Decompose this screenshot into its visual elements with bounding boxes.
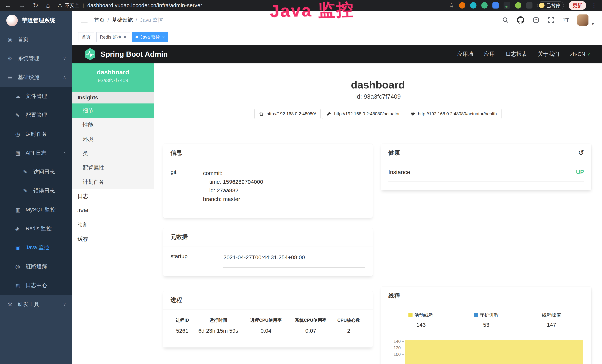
reload-icon[interactable]: ↻	[33, 2, 38, 9]
fullscreen-icon[interactable]	[548, 17, 555, 23]
threads-card-header: 线程	[381, 287, 591, 305]
process-sys-cpu-value: 0.07	[290, 328, 332, 340]
browser-menu-icon[interactable]: ⋮	[591, 2, 597, 9]
sba-item-environment[interactable]: 环境	[72, 132, 154, 146]
vue-devtools-icon[interactable]	[481, 2, 488, 9]
actuator-url-link[interactable]: http://192.168.0.2:48080/actuator	[322, 109, 404, 119]
instance-links: http://192.168.0.2:48080/ http://192.168…	[154, 109, 602, 119]
close-icon[interactable]: ×	[162, 34, 165, 40]
legend-daemon-threads: 守护进程 53	[454, 312, 519, 328]
sidebar-item-config-management[interactable]: ✎ 配置管理	[0, 106, 72, 125]
help-icon[interactable]: ?	[532, 17, 539, 23]
security-chip[interactable]: ⚠ 不安全	[58, 2, 79, 9]
sba-instance-name: dashboard	[72, 69, 154, 76]
sidebar-item-label: 访问日志	[33, 168, 55, 176]
sidebar-item-label: 研发工具	[18, 300, 39, 308]
forward-icon[interactable]: →	[19, 2, 25, 9]
sba-nav-wallboard[interactable]: 应用墙	[457, 50, 473, 58]
extension-icon[interactable]	[526, 2, 532, 9]
tab-label: Java 监控	[140, 34, 160, 40]
search-icon[interactable]	[502, 17, 509, 23]
font-size-small-glyph: T	[563, 18, 565, 22]
threads-card-title: 线程	[388, 292, 400, 300]
tab-java-monitor[interactable]: Java 监控 ×	[132, 32, 168, 42]
service-url-link[interactable]: http://192.168.0.2:48080/	[254, 109, 321, 119]
sidebar-item-home[interactable]: ◉ 首页	[0, 30, 72, 49]
sidebar-item-file-management[interactable]: ☁ 文件管理	[0, 87, 72, 106]
threads-card-body: 活动线程 143 守护进程 53	[381, 305, 591, 364]
sidebar-item-api-logs[interactable]: ▧ API 日志 ∧	[0, 143, 72, 162]
sidebar-item-dev-tools[interactable]: ⚒ 研发工具 ∨	[0, 295, 72, 314]
sidebar-item-label: 文件管理	[26, 93, 47, 100]
sidebar-item-redis-monitor[interactable]: ◈ Redis 监控	[0, 219, 72, 238]
ytick-140: 140	[388, 339, 401, 344]
close-icon[interactable]: ×	[124, 34, 126, 40]
chrome-update-button[interactable]: 更新	[569, 1, 586, 10]
tab-home[interactable]: 首页	[78, 32, 94, 42]
app-logo-bar[interactable]: 芋道管理系统	[0, 11, 72, 30]
sidebar-item-label: MySQL 监控	[26, 206, 56, 214]
sidebar-item-label: 配置管理	[26, 111, 47, 119]
health-instance-row[interactable]: Instance UP	[388, 169, 584, 182]
sba-nav-about[interactable]: 关于我们	[538, 50, 559, 58]
hamburger-icon[interactable]	[80, 17, 88, 23]
sba-item-scheduled-tasks[interactable]: 计划任务	[72, 175, 154, 189]
sba-nav-journal[interactable]: 日志报表	[505, 50, 527, 58]
locale-selector[interactable]: zh-CN ∨	[570, 51, 590, 57]
back-icon[interactable]: ←	[5, 2, 11, 9]
sba-nav-applications[interactable]: 应用	[484, 50, 495, 58]
sba-item-metrics[interactable]: 性能	[72, 118, 154, 132]
tools-icon: ⚒	[7, 301, 18, 308]
info-card-header: 信息	[163, 144, 373, 162]
sidebar-item-mysql-monitor[interactable]: ▥ MySQL 监控	[0, 200, 72, 219]
sba-item-config-props[interactable]: 配置属性	[72, 161, 154, 175]
breadcrumb: 首页 / 基础设施 / Java 监控	[94, 17, 163, 23]
health-url-link[interactable]: http://192.168.0.2:48080/actuator/health	[406, 109, 502, 119]
sidebar-item-log-center[interactable]: ▨ 日志中心	[0, 276, 72, 295]
database-icon: ▥	[15, 207, 26, 213]
sba-section-insights: Insights	[72, 92, 154, 104]
bookmark-star-icon[interactable]: ☆	[449, 2, 454, 9]
legend-daemon-value: 53	[454, 322, 519, 328]
sba-item-classes[interactable]: 类	[72, 146, 154, 161]
extension-icon[interactable]	[515, 2, 521, 9]
avatar[interactable]	[577, 14, 589, 26]
sba-brand[interactable]: Spring Boot Admin	[84, 48, 168, 61]
git-branch-line: branch: master	[203, 195, 365, 203]
sba-item-logs[interactable]: 日志	[72, 189, 154, 203]
history-icon[interactable]: ↺	[578, 149, 584, 156]
github-icon[interactable]	[517, 16, 524, 24]
paused-badge[interactable]: 已暂停	[537, 1, 564, 10]
font-size-icon[interactable]: TT	[563, 17, 569, 24]
proxy-switch-icon[interactable]: on	[504, 2, 510, 9]
extension-icon[interactable]	[459, 2, 465, 9]
app-title: 芋道管理系统	[22, 17, 55, 24]
browser-home-icon[interactable]: ⌂	[46, 2, 50, 9]
instance-id-subtitle: Id: 93a3fc7f7409	[154, 93, 602, 100]
log-center-icon: ▨	[15, 282, 26, 289]
sidebar-item-system-management[interactable]: ⚙ 系统管理 ∨	[0, 49, 72, 68]
extension-icon[interactable]	[493, 2, 499, 9]
info-key: git	[171, 169, 203, 209]
legend-peak-value: 147	[519, 322, 584, 328]
sba-item-mappings[interactable]: 映射	[72, 218, 154, 232]
sba-nav: 应用墙 应用 日志报表 关于我们 zh-CN ∨	[457, 50, 590, 58]
extension-icon[interactable]	[470, 2, 476, 9]
sidebar-item-access-logs[interactable]: ✎ 访问日志	[0, 162, 72, 181]
sba-item-caches[interactable]: 缓存	[72, 232, 154, 246]
address-bar[interactable]: dashboard.yudao.iocoder.cn/infra/admin-s…	[87, 2, 202, 9]
sidebar-item-error-logs[interactable]: ✎ 错误日志	[0, 181, 72, 200]
font-size-big-glyph: T	[565, 17, 569, 24]
sba-item-jvm[interactable]: JVM	[72, 203, 154, 218]
sba-instance-header[interactable]: dashboard 93a3fc7f7409	[72, 64, 154, 92]
sba-item-details[interactable]: 细节	[72, 104, 154, 118]
svg-text:?: ?	[535, 18, 537, 22]
process-card: 进程 进程ID 运行时间 进程CPU使用率 系统CPU使用率 CPU核心数 52…	[163, 291, 373, 347]
breadcrumb-home[interactable]: 首页	[94, 17, 105, 23]
sidebar-item-java-monitor[interactable]: ▣ Java 监控	[0, 238, 72, 257]
sidebar-item-link-tracing[interactable]: ◎ 链路追踪	[0, 257, 72, 276]
sidebar-item-infrastructure[interactable]: ▤ 基础设施 ∧	[0, 68, 72, 87]
sidebar-item-scheduled-jobs[interactable]: ◷ 定时任务	[0, 125, 72, 143]
tab-redis-monitor[interactable]: Redis 监控 ×	[97, 32, 130, 42]
breadcrumb-infrastructure[interactable]: 基础设施	[112, 17, 133, 23]
